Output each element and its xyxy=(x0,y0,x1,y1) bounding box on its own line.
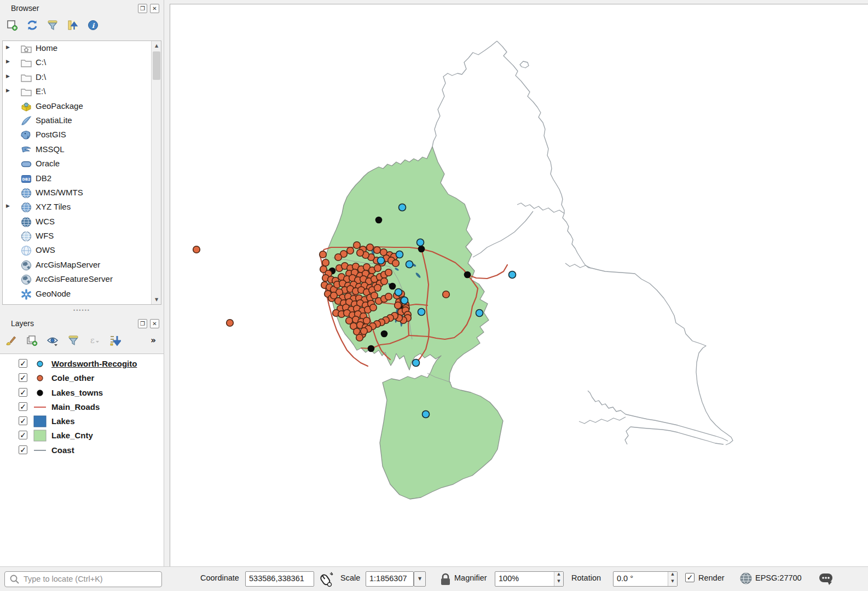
rotation-spinner[interactable]: ▲▼ xyxy=(668,572,677,586)
browser-scrollbar[interactable]: ▲ ▼ xyxy=(151,41,161,304)
magnifier-input[interactable]: 100% ▲▼ xyxy=(495,571,564,587)
expand-arrow-icon[interactable]: ▶ xyxy=(6,59,10,64)
map-canvas[interactable] xyxy=(169,0,868,566)
browser-close-button[interactable]: ✕ xyxy=(150,4,159,13)
globe-arc-icon xyxy=(20,274,31,285)
expand-arrow-icon[interactable]: ▶ xyxy=(6,44,10,50)
render-checkbox[interactable]: ✓ xyxy=(685,573,695,582)
layer-visibility-checkbox[interactable]: ✓ xyxy=(19,431,27,439)
add-group-button[interactable] xyxy=(24,333,39,348)
expand-collapse-tree-button[interactable] xyxy=(107,333,123,348)
globe-icon xyxy=(20,187,31,198)
browser-item-ows[interactable]: OWS xyxy=(3,243,161,257)
locator-search-input[interactable]: Type to locate (Ctrl+K) xyxy=(4,571,162,587)
layer-name[interactable]: Cole_other xyxy=(51,373,94,383)
scroll-thumb[interactable] xyxy=(153,51,160,80)
panel-splitter[interactable]: •••••• xyxy=(0,306,164,315)
layer-visibility-checkbox[interactable]: ✓ xyxy=(19,416,27,425)
expand-arrow-icon[interactable]: ▶ xyxy=(6,203,10,208)
browser-item-label: MSSQL xyxy=(36,144,65,154)
filter-browser-button[interactable] xyxy=(45,18,60,33)
folder-icon xyxy=(20,72,31,83)
browser-item-arcgismapserver[interactable]: ArcGisMapServer xyxy=(3,258,161,272)
layer-symbol-icon xyxy=(33,372,47,384)
mssql-icon xyxy=(20,144,31,155)
browser-item-label: WMS/WMTS xyxy=(36,188,83,197)
layer-name[interactable]: Lake_Cnty xyxy=(51,431,93,440)
properties-button[interactable]: i xyxy=(85,18,101,33)
layer-visibility-checkbox[interactable]: ✓ xyxy=(19,402,27,411)
browser-item-wfs[interactable]: WFS xyxy=(3,229,161,243)
browser-item-label: SpatiaLite xyxy=(36,115,72,125)
brush-icon xyxy=(5,334,17,346)
layer-item-lakes[interactable]: ✓Lakes xyxy=(0,415,164,429)
layer-item-lake-cnty[interactable]: ✓Lake_Cnty xyxy=(0,429,164,443)
scale-dropdown-button[interactable]: ▼ xyxy=(414,571,426,587)
filter-legend-button[interactable] xyxy=(66,333,81,348)
layer-item-cole-other[interactable]: ✓Cole_other xyxy=(0,372,164,386)
svg-text:ε: ε xyxy=(90,335,95,345)
lock-scale-icon[interactable] xyxy=(439,572,452,587)
coordinate-input[interactable]: 533586,338361 xyxy=(245,571,314,587)
layer-name[interactable]: Coast xyxy=(51,445,74,455)
browser-item-geonode[interactable]: GeoNode xyxy=(3,287,161,301)
collapse-all-button[interactable] xyxy=(65,18,80,33)
browser-item-xyz-tiles[interactable]: ▶ XYZ Tiles xyxy=(3,200,161,214)
rotation-input[interactable]: 0.0 ° ▲▼ xyxy=(613,571,678,587)
lakes-towns-point xyxy=(464,271,471,279)
globe-dark-icon xyxy=(20,216,31,227)
browser-toolbar: i xyxy=(0,16,164,36)
tree-arrow-icon xyxy=(109,334,121,346)
folder-icon xyxy=(20,86,31,97)
browser-item-oracle[interactable]: Oracle xyxy=(3,157,161,171)
layer-item-coast[interactable]: ✓Coast xyxy=(0,444,164,458)
open-layer-styling-button[interactable] xyxy=(3,333,19,348)
browser-item-d-[interactable]: ▶D:\ xyxy=(3,70,161,84)
layer-item-main-roads[interactable]: ✓Main_Roads xyxy=(0,401,164,415)
refresh-button[interactable] xyxy=(25,18,40,33)
crs-status[interactable]: EPSG:27700 xyxy=(755,573,802,582)
layer-name[interactable]: Lakes xyxy=(51,416,75,426)
layer-item-wordsworth-recogito[interactable]: ✓Wordsworth-Recogito xyxy=(0,357,164,372)
browser-item-arcgisfeatureserver[interactable]: ArcGisFeatureServer xyxy=(3,272,161,286)
scale-input[interactable]: 1:1856307 xyxy=(366,571,414,587)
mouse-position-icon[interactable] xyxy=(317,571,334,588)
browser-item-db2[interactable]: DB2DB2 xyxy=(3,171,161,186)
magnifier-spinner[interactable]: ▲▼ xyxy=(554,572,563,586)
messages-icon[interactable] xyxy=(819,572,834,587)
layer-name[interactable]: Wordsworth-Recogito xyxy=(51,359,137,368)
layer-visibility-checkbox[interactable]: ✓ xyxy=(19,359,27,368)
browser-item-spatialite[interactable]: SpatiaLite xyxy=(3,113,161,128)
layer-visibility-checkbox[interactable]: ✓ xyxy=(19,373,27,382)
scroll-down-icon[interactable]: ▼ xyxy=(152,295,161,304)
layer-visibility-checkbox[interactable]: ✓ xyxy=(19,445,27,454)
browser-item-e-[interactable]: ▶E:\ xyxy=(3,84,161,99)
layer-symbol-icon xyxy=(33,430,47,442)
toolbar-overflow-button[interactable]: » xyxy=(146,333,161,348)
scroll-up-icon[interactable]: ▲ xyxy=(152,41,161,50)
cole-other-point xyxy=(322,259,329,266)
browser-item-home[interactable]: ▶ Home xyxy=(3,41,161,55)
add-selected-layers-button[interactable] xyxy=(4,18,20,33)
browser-item-mssql[interactable]: MSSQL xyxy=(3,142,161,157)
browser-float-button[interactable]: ❐ xyxy=(138,4,147,13)
layer-visibility-checkbox[interactable]: ✓ xyxy=(19,388,27,397)
browser-item-postgis[interactable]: PostGIS xyxy=(3,128,161,142)
cole-other-point xyxy=(320,251,327,258)
magnifier-label: Magnifier xyxy=(454,573,487,582)
layer-name[interactable]: Lakes_towns xyxy=(51,388,103,397)
browser-item-wcs[interactable]: WCS xyxy=(3,215,161,229)
browser-item-wms-wmts[interactable]: WMS/WMTS xyxy=(3,186,161,200)
crs-globe-icon[interactable] xyxy=(740,572,753,586)
layer-item-lakes-towns[interactable]: ✓Lakes_towns xyxy=(0,386,164,401)
browser-item-label: WCS xyxy=(36,217,55,226)
layers-close-button[interactable]: ✕ xyxy=(150,319,159,328)
browser-item-geopackage[interactable]: GeoPackage xyxy=(3,99,161,113)
filter-by-expression-button[interactable]: ε xyxy=(86,333,102,348)
expand-arrow-icon[interactable]: ▶ xyxy=(6,73,10,79)
layer-name[interactable]: Main_Roads xyxy=(51,402,100,412)
manage-map-themes-button[interactable] xyxy=(45,333,60,348)
layers-float-button[interactable]: ❐ xyxy=(138,319,147,328)
expand-arrow-icon[interactable]: ▶ xyxy=(6,88,10,93)
browser-item-c-[interactable]: ▶C:\ xyxy=(3,55,161,69)
